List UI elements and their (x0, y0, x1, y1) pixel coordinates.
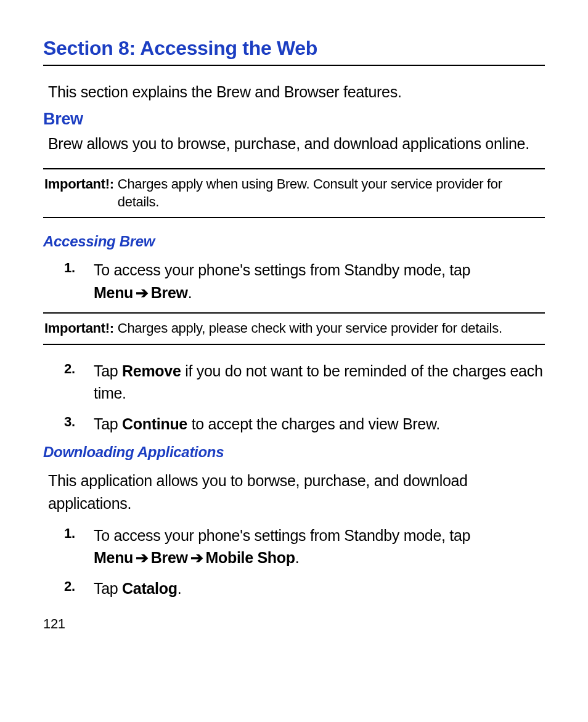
list-body: Tap Catalog. (94, 577, 181, 599)
section-title: Section 8: Accessing the Web (43, 37, 545, 66)
page-number: 121 (43, 616, 545, 632)
arrow-icon: ➔ (188, 549, 206, 566)
step-text: To access your phone's settings from Sta… (94, 261, 470, 278)
important-note: Important!: Charges apply, please check … (43, 312, 545, 345)
action-bold: Catalog (122, 580, 178, 597)
step-text: . (295, 549, 300, 566)
list-item: 2. Tap Catalog. (43, 577, 545, 599)
list-body: To access your phone's settings from Sta… (94, 259, 545, 304)
list-body: Tap Remove if you do not want to be remi… (94, 360, 545, 405)
list-number: 2. (64, 577, 94, 599)
step-text: To access your phone's settings from Sta… (94, 527, 470, 544)
step-text: . (178, 580, 182, 597)
step-text: to accept the charges and view Brew. (187, 415, 440, 432)
menu-path-item: Menu (94, 284, 133, 301)
list-number: 2. (64, 360, 94, 405)
action-bold: Continue (122, 415, 187, 432)
brew-heading: Brew (43, 110, 545, 129)
list-item: 1. To access your phone's settings from … (43, 524, 545, 569)
important-text: Charges apply when using Brew. Consult y… (114, 176, 545, 211)
step-text: Tap (94, 415, 122, 432)
menu-path-item: Mobile Shop (205, 549, 295, 566)
list-number: 1. (64, 259, 94, 304)
step-text: Tap (94, 362, 122, 379)
list-body: Tap Continue to accept the charges and v… (94, 413, 440, 435)
list-item: 3. Tap Continue to accept the charges an… (43, 413, 545, 435)
menu-path-item: Menu (94, 549, 133, 566)
list-item: 2. Tap Remove if you do not want to be r… (43, 360, 545, 405)
menu-path-item: Brew (151, 549, 188, 566)
important-label: Important!: (43, 176, 114, 211)
important-label: Important!: (43, 320, 114, 338)
important-text: Charges apply, please check with your se… (114, 320, 502, 338)
menu-path-item: Brew (151, 284, 188, 301)
downloading-heading: Downloading Applications (43, 444, 545, 461)
arrow-icon: ➔ (133, 549, 151, 566)
step-text: . (188, 284, 192, 301)
action-bold: Remove (122, 362, 181, 379)
list-body: To access your phone's settings from Sta… (94, 524, 545, 569)
section-intro: This section explains the Brew and Brows… (48, 83, 540, 101)
important-note: Important!: Charges apply when using Bre… (43, 168, 545, 218)
arrow-icon: ➔ (133, 284, 151, 301)
accessing-brew-heading: Accessing Brew (43, 233, 545, 250)
list-number: 1. (64, 524, 94, 569)
list-item: 1. To access your phone's settings from … (43, 259, 545, 304)
brew-paragraph: Brew allows you to browse, purchase, and… (48, 132, 540, 155)
step-text: Tap (94, 580, 122, 597)
downloading-paragraph: This application allows you to borwse, p… (48, 469, 540, 514)
list-number: 3. (64, 413, 94, 435)
